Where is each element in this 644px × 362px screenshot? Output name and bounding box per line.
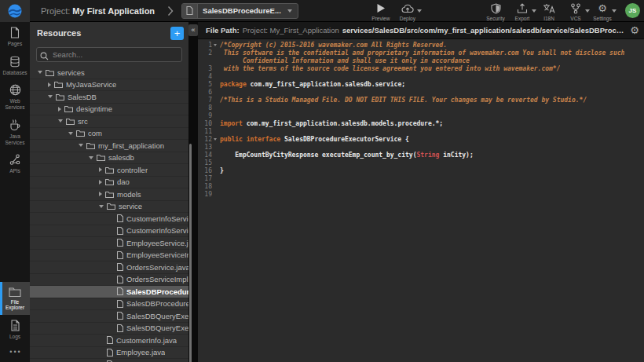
chevron-right-icon[interactable]	[99, 167, 102, 172]
collapse-panel-button[interactable]: «	[188, 24, 198, 36]
chevron-down-icon[interactable]	[58, 119, 63, 122]
tree-item-employeeserviceimpl-java[interactable]: EmployeeServiceImpl.java	[30, 250, 188, 262]
code-line: 15	[198, 159, 644, 167]
project-label: Project:	[41, 6, 70, 16]
tree-item-salesdbqueryexecutorser[interactable]: SalesDBQueryExecutorSer	[30, 310, 188, 323]
tree-item-com[interactable]: com	[30, 128, 188, 141]
sidebar-item-apis[interactable]: APIs	[0, 149, 30, 178]
tree-item-ordersservice-java[interactable]: OrdersService.java	[30, 261, 188, 274]
code-line: 18	[198, 183, 644, 191]
fold-icon[interactable]	[214, 138, 217, 141]
tree-item-label: my_first_application	[98, 141, 164, 150]
settings-label: Settings	[593, 16, 612, 21]
tree-item-controller[interactable]: controller	[30, 164, 188, 177]
code-line: 11	[198, 128, 644, 136]
folder-icon	[76, 130, 85, 137]
tree-item-label: SalesDBQueryExecutorSer	[126, 324, 188, 332]
tree-item-ordersserviceimpl-java[interactable]: OrdersServiceImpl.java	[30, 274, 188, 287]
tree-item-src[interactable]: src	[30, 115, 188, 128]
line-number: 9	[198, 112, 214, 120]
tree-item-customerinfo-java[interactable]: CustomerInfo.java	[30, 335, 188, 347]
file-icon	[117, 263, 123, 271]
tree-item-customerinfoserviceimpl-java[interactable]: CustomerInfoServiceImpl.java	[30, 225, 188, 238]
tree-item-label: MyJavaService	[66, 80, 116, 89]
tree-item-employee-java[interactable]: Employee.java	[30, 347, 188, 360]
tree-item-label: OrdersService.java	[126, 263, 188, 272]
chevron-down-icon[interactable]	[89, 156, 93, 159]
more-options-button[interactable]: •••	[0, 343, 30, 362]
search-input[interactable]	[36, 47, 182, 62]
file-icon	[107, 336, 113, 344]
code-line: Confidential Information and shall use i…	[198, 57, 644, 65]
tree-item-my-first-application[interactable]: my_first_application	[30, 140, 188, 152]
tree-item-models[interactable]: models	[30, 188, 188, 201]
vcs-button[interactable]: VCS	[562, 1, 589, 21]
chevron-down-icon[interactable]	[79, 144, 83, 147]
line-number: 11	[198, 128, 214, 136]
sidebar-item-label: Logs	[9, 334, 20, 340]
export-button[interactable]: Export	[509, 1, 536, 21]
line-number: 4	[198, 73, 214, 81]
file-icon	[117, 214, 123, 222]
tree-item-salesdbqueryexecutorser[interactable]: SalesDBQueryExecutorSer	[30, 323, 188, 335]
sidebar-item-databases[interactable]: Databases	[0, 51, 30, 80]
folder-icon	[66, 118, 75, 125]
tree-item-employeeservice-java[interactable]: EmployeeService.java	[30, 237, 188, 250]
chevron-down-icon[interactable]	[48, 95, 53, 98]
fold-icon[interactable]	[214, 44, 217, 46]
line-number: 18	[198, 183, 214, 191]
chevron-down-icon[interactable]	[68, 132, 73, 135]
tree-item-services[interactable]: services	[30, 67, 188, 79]
tree-item-customerinfoservice-java[interactable]: CustomerInfoService.java	[30, 213, 188, 225]
tree-scrollbar[interactable]	[189, 144, 192, 362]
tree-item-salesdb[interactable]: salesdb	[30, 152, 188, 165]
tree-item-salesdbprocedureexecutor[interactable]: SalesDBProcedureExecutor	[30, 298, 188, 311]
code-content[interactable]: 1/*Copyright (c) 2015-2016 wavemaker.com…	[198, 39, 644, 362]
sidebar-item-web-services[interactable]: Web Services	[0, 79, 30, 114]
code-line: 1/*Copyright (c) 2015-2016 wavemaker.com…	[198, 42, 644, 49]
tree-item-orders-java[interactable]: Orders.java	[30, 359, 188, 362]
open-file-dropdown[interactable]: SalesDBProcedureE...	[181, 3, 298, 19]
sidebar-item-label: Web Services	[1, 98, 29, 110]
chevron-right-icon[interactable]	[99, 180, 102, 185]
code-line: 8	[198, 104, 644, 112]
deploy-icon	[401, 3, 414, 14]
add-resource-button[interactable]: +	[170, 27, 184, 40]
code-line: 4	[198, 73, 644, 81]
user-avatar[interactable]: JS	[625, 3, 640, 18]
settings-button[interactable]: ⚙ Settings	[589, 1, 616, 21]
editor-settings-gear-icon[interactable]: ⚙	[630, 25, 639, 35]
project-name: My First Application	[72, 6, 155, 16]
preview-button[interactable]: Preview	[368, 1, 394, 21]
file-icon	[107, 349, 113, 357]
tree-item-label: OrdersServiceImpl.java	[126, 275, 188, 283]
preview-icon	[376, 3, 386, 14]
resources-panel: Resources + servicesMyJavaServiceSalesDB…	[30, 22, 188, 362]
resources-header: Resources +	[30, 22, 188, 44]
sidebar-item-logs[interactable]: Logs	[0, 315, 30, 344]
sidebar-item-java-services[interactable]: Java Services	[0, 114, 30, 149]
line-number: 6	[198, 89, 214, 97]
chevron-right-icon[interactable]	[58, 107, 61, 112]
i18n-button[interactable]: I18N	[536, 1, 562, 21]
tree-item-myjavaservice[interactable]: MyJavaService	[30, 79, 188, 92]
tree-item-dao[interactable]: dao	[30, 177, 188, 189]
tree-item-designtime[interactable]: designtime	[30, 104, 188, 116]
chevron-down-icon[interactable]	[99, 205, 104, 208]
file-icon	[117, 300, 123, 308]
tree-item-service[interactable]: service	[30, 201, 188, 214]
chevron-right-icon[interactable]	[48, 82, 51, 87]
toolbar-left: Preview Deploy	[368, 1, 421, 21]
tree-item-salesdb[interactable]: SalesDB	[30, 91, 188, 104]
chevron-right-icon[interactable]	[99, 192, 102, 196]
sidebar-item-file-explorer[interactable]: File Explorer	[0, 282, 30, 315]
chevron-down-icon[interactable]	[38, 71, 42, 74]
deploy-button[interactable]: Deploy	[394, 1, 421, 21]
tree-item-label: CustomerInfoServiceImpl.java	[126, 226, 188, 235]
sidebar-item-pages[interactable]: Pages	[0, 22, 30, 51]
tree-item-salesdbprocedureexecutor[interactable]: SalesDBProcedureExecutor	[30, 286, 188, 298]
code-line: 5package com.my_first_application.salesd…	[198, 81, 644, 89]
left-sidebar: Pages Databases Web Services Java Servic…	[0, 22, 30, 362]
wavemaker-logo[interactable]	[0, 0, 30, 22]
security-button[interactable]: Security	[482, 1, 509, 21]
